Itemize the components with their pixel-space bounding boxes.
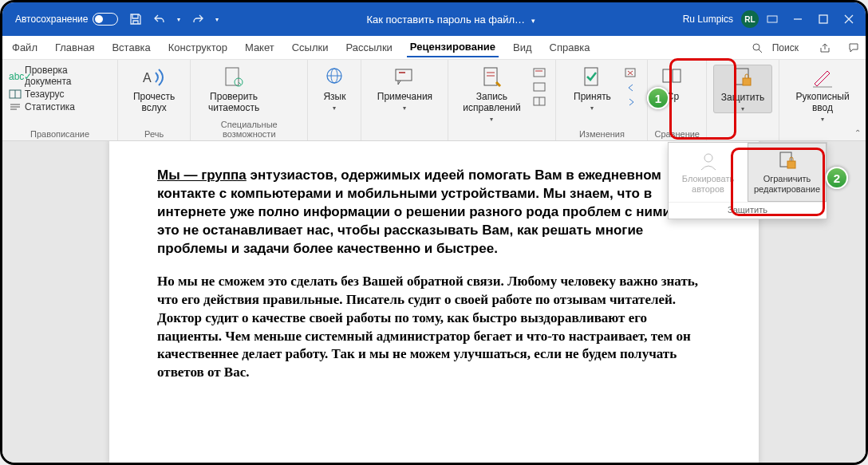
comment-icon	[392, 65, 417, 90]
compare-button[interactable]: Ср	[654, 65, 691, 103]
track-markup-icon[interactable]	[533, 82, 549, 93]
thesaurus-icon	[9, 89, 22, 99]
svg-rect-35	[787, 161, 795, 168]
previous-change-icon[interactable]	[625, 82, 641, 93]
user-area: Ru Lumpics RL	[683, 10, 778, 28]
tab-help[interactable]: Справка	[546, 38, 594, 57]
svg-rect-21	[534, 69, 545, 77]
track-pane-icon[interactable]	[533, 97, 549, 108]
group-label-speech: Речь	[124, 129, 183, 139]
app-window: Автосохранение ▾ ▾ Как поставить пароль …	[0, 0, 868, 465]
title-dropdown-icon: ▾	[531, 17, 535, 25]
tab-mailings[interactable]: Рассылки	[342, 38, 395, 57]
minimize-icon[interactable]	[792, 14, 803, 25]
check-document-button[interactable]: abc✓Проверка документа	[9, 65, 111, 87]
tab-home[interactable]: Главная	[52, 38, 97, 57]
ink-button[interactable]: Рукописный ввод ▾	[786, 65, 859, 123]
comments-button[interactable]: Примечания ▾	[368, 65, 441, 112]
svg-point-33	[704, 154, 712, 162]
autosave-label: Автосохранение	[15, 14, 88, 25]
undo-dropdown-icon[interactable]: ▾	[177, 16, 180, 23]
group-compare: Ср Сравнение	[648, 60, 707, 140]
collapse-ribbon-icon[interactable]: ⌃	[854, 128, 861, 137]
tab-insert[interactable]: Вставка	[108, 38, 153, 57]
chevron-down-icon: ▾	[490, 116, 493, 123]
group-accessibility: Проверить читаемость Специальные возможн…	[191, 60, 308, 140]
avatar[interactable]: RL	[741, 10, 759, 28]
group-spelling: abc✓Проверка документа Тезаурус Статисти…	[2, 60, 118, 140]
group-label-accessibility: Специальные возможности	[197, 120, 301, 139]
track-changes-button[interactable]: Запись исправлений ▾	[455, 65, 528, 123]
group-tracking: Запись исправлений ▾	[448, 60, 556, 140]
dropdown-footer-label: Защитить	[669, 202, 827, 219]
ribbon-display-icon[interactable]	[767, 14, 778, 25]
group-changes: Принять ▾ Изменения	[556, 60, 648, 140]
group-label-compare: Сравнение	[654, 129, 700, 139]
share-icon[interactable]	[819, 42, 831, 53]
ribbon-tabs: Файл Главная Вставка Конструктор Макет С…	[2, 36, 866, 60]
svg-rect-18	[484, 68, 497, 85]
autosave-toggle[interactable]: Автосохранение	[15, 13, 118, 26]
statistics-icon	[9, 102, 22, 112]
track-display-icon[interactable]	[533, 68, 549, 79]
tab-file[interactable]: Файл	[9, 38, 41, 57]
maximize-icon[interactable]	[818, 14, 829, 25]
tab-design[interactable]: Конструктор	[165, 38, 231, 57]
read-aloud-button[interactable]: A Прочесть вслух	[124, 65, 183, 114]
ribbon: abc✓Проверка документа Тезаурус Статисти…	[2, 60, 866, 141]
doc-link[interactable]: Мы — группа	[157, 167, 247, 183]
group-speech: A Прочесть вслух Речь	[118, 60, 191, 140]
spellcheck-icon: abc✓	[9, 71, 22, 81]
svg-rect-29	[673, 69, 681, 82]
track-changes-icon	[479, 65, 504, 90]
language-icon	[322, 65, 347, 90]
block-authors-icon	[697, 150, 720, 172]
compare-icon	[660, 65, 685, 90]
svg-rect-11	[226, 68, 239, 85]
next-change-icon[interactable]	[625, 97, 641, 108]
statistics-button[interactable]: Статистика	[9, 101, 111, 112]
group-language: Язык ▾	[308, 60, 361, 140]
restrict-editing-button[interactable]: Ограничить редактирование	[748, 143, 827, 202]
check-readability-button[interactable]: Проверить читаемость	[197, 65, 270, 114]
tab-review[interactable]: Рецензирование	[407, 37, 499, 57]
chevron-down-icon: ▾	[590, 104, 594, 112]
block-authors-button: Блокировать авторов	[669, 143, 748, 202]
undo-icon[interactable]	[153, 13, 166, 26]
accessibility-icon	[221, 65, 247, 90]
protect-dropdown: Блокировать авторов Ограничить редактиро…	[668, 142, 827, 219]
search-label[interactable]: Поиск	[772, 42, 799, 53]
protect-button[interactable]: Защитить ▾	[713, 65, 772, 113]
window-controls	[792, 14, 854, 25]
tab-view[interactable]: Вид	[510, 38, 535, 57]
save-icon[interactable]	[129, 13, 142, 26]
svg-rect-0	[767, 16, 777, 22]
svg-text:A: A	[143, 71, 152, 85]
tab-references[interactable]: Ссылки	[289, 38, 332, 57]
document-page: Мы — группа энтузиастов, одержимых идеей…	[109, 141, 759, 463]
redo-icon[interactable]	[191, 13, 204, 26]
language-button[interactable]: Язык ▾	[314, 65, 354, 112]
thesaurus-button[interactable]: Тезаурус	[9, 89, 111, 100]
read-aloud-icon: A	[141, 65, 167, 90]
group-protect: Защитить ▾	[707, 60, 779, 140]
close-icon[interactable]	[843, 14, 854, 25]
paragraph-1: Мы — группа энтузиастов, одержимых идеей…	[157, 167, 711, 258]
restrict-editing-icon	[776, 150, 799, 172]
reject-icon[interactable]	[625, 68, 641, 79]
comments-icon[interactable]	[848, 42, 859, 53]
toggle-off-icon[interactable]	[93, 13, 118, 26]
group-comments: Примечания ▾	[361, 60, 448, 140]
svg-rect-16	[396, 69, 412, 81]
search-icon[interactable]	[752, 42, 763, 53]
tab-layout[interactable]: Макет	[242, 38, 278, 57]
ink-icon	[810, 65, 835, 90]
accept-button[interactable]: Принять ▾	[562, 65, 621, 112]
svg-rect-2	[819, 15, 827, 23]
document-title[interactable]: Как поставить пароль на файл… ▾	[219, 14, 682, 26]
group-ink: Рукописный ввод ▾	[779, 60, 866, 140]
chevron-down-icon: ▾	[333, 104, 336, 112]
user-name[interactable]: Ru Lumpics	[683, 14, 733, 25]
chevron-down-icon: ▾	[403, 104, 406, 112]
title-bar: Автосохранение ▾ ▾ Как поставить пароль …	[2, 2, 866, 36]
